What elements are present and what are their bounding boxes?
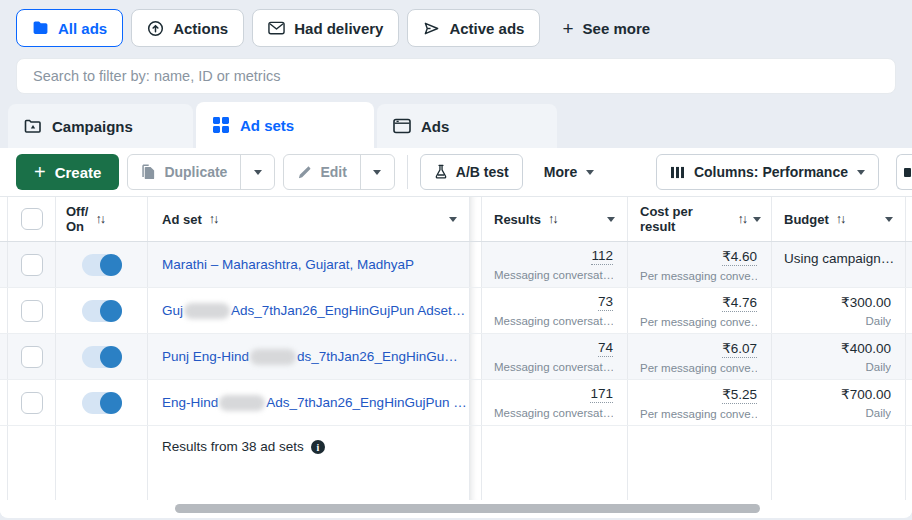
ad-set-name-cell[interactable]: Marathi – Maharashtra, Gujarat, MadhyaP <box>148 242 470 287</box>
toggle-knob <box>100 346 122 368</box>
edit-label: Edit <box>320 164 346 180</box>
folder-icon <box>32 20 49 37</box>
info-icon[interactable]: i <box>311 440 325 454</box>
edge-cell <box>906 197 912 241</box>
duplicate-button[interactable]: Duplicate <box>128 155 240 189</box>
budget-cell: ₹400.00 Daily <box>772 334 906 379</box>
cost-value[interactable]: ₹4.76 <box>722 294 757 312</box>
gutter-cell <box>0 334 8 379</box>
table-row: Marathi – Maharashtra, Gujarat, MadhyaP … <box>0 242 912 288</box>
filter-label: All ads <box>58 20 107 37</box>
cost-cell: ₹4.76 Per messaging conve… <box>628 288 772 333</box>
off-on-toggle[interactable] <box>82 300 122 322</box>
row-select-cell <box>8 380 56 425</box>
row-checkbox[interactable] <box>21 346 43 368</box>
content-panel: + Create Duplicate Edit A/ <box>0 148 912 518</box>
filter-bar: All ads Actions Had delivery Active ads … <box>0 0 912 48</box>
cost-value[interactable]: ₹4.60 <box>722 248 757 266</box>
row-checkbox[interactable] <box>21 254 43 276</box>
table-footer: Results from 38 ad sets i <box>0 426 912 500</box>
results-sub-label: Messaging conversat… <box>494 361 613 373</box>
sort-icon[interactable]: ↑↓ <box>738 212 747 227</box>
results-value[interactable]: 74 <box>598 340 613 357</box>
off-on-toggle[interactable] <box>82 346 122 368</box>
results-sub-label: Messaging conversat… <box>494 407 613 419</box>
row-checkbox[interactable] <box>21 392 43 414</box>
chevron-down-icon <box>254 170 262 175</box>
table-header: Off/ On ↑↓ Ad set ↑↓ Results ↑↓ Cost per… <box>0 196 912 242</box>
sort-icon[interactable]: ↑↓ <box>95 212 104 227</box>
header-off-on[interactable]: Off/ On ↑↓ <box>56 197 148 241</box>
redacted-text <box>219 395 265 411</box>
edit-dropdown[interactable] <box>360 155 394 189</box>
results-value[interactable]: 112 <box>591 248 613 265</box>
budget-value: Using campaign… <box>784 251 894 267</box>
results-value[interactable]: 171 <box>590 386 613 403</box>
ad-set-name-cell[interactable]: Eng-HindAds_7thJan26_EngHinGujPun … <box>148 380 470 425</box>
clipped-icon <box>904 168 911 177</box>
columns-icon <box>670 166 685 179</box>
tab-ad-sets[interactable]: Ad sets <box>196 102 374 148</box>
chevron-down-icon[interactable] <box>885 217 893 222</box>
more-button[interactable]: More <box>531 154 607 190</box>
header-cost-per-result[interactable]: Cost per result ↑↓ <box>628 197 772 241</box>
sort-icon[interactable]: ↑↓ <box>836 212 845 226</box>
off-on-toggle[interactable] <box>82 254 122 276</box>
chevron-down-icon[interactable] <box>449 217 457 222</box>
edge-cell <box>906 380 912 425</box>
chevron-down-icon[interactable] <box>607 217 615 222</box>
off-on-toggle[interactable] <box>82 392 122 414</box>
filter-had-delivery[interactable]: Had delivery <box>252 9 399 47</box>
tab-campaigns[interactable]: Campaigns <box>8 104 193 148</box>
sort-icon[interactable]: ↑↓ <box>548 212 557 226</box>
tab-label: Ads <box>421 118 449 135</box>
search-input[interactable] <box>16 58 896 94</box>
cost-label: Cost per result <box>640 204 693 235</box>
pane-divider <box>470 288 482 333</box>
header-ad-set[interactable]: Ad set ↑↓ <box>148 197 470 241</box>
footer-cell <box>8 426 56 500</box>
more-label: More <box>544 164 577 180</box>
duplicate-dropdown[interactable] <box>240 155 274 189</box>
duplicate-split-button: Duplicate <box>127 154 275 190</box>
partial-button[interactable] <box>896 154 912 190</box>
results-value[interactable]: 73 <box>598 294 613 311</box>
cost-cell: ₹4.60 Per messaging conve… <box>628 242 772 287</box>
header-results[interactable]: Results ↑↓ <box>482 197 628 241</box>
budget-cell: Using campaign… <box>772 242 906 287</box>
row-select-cell <box>8 288 56 333</box>
budget-sub-label: Daily <box>865 407 891 419</box>
filter-active-ads[interactable]: Active ads <box>407 9 540 47</box>
plus-icon: + <box>34 162 46 182</box>
filter-actions[interactable]: Actions <box>131 9 244 47</box>
cost-value[interactable]: ₹5.25 <box>722 386 757 404</box>
create-button[interactable]: + Create <box>16 154 119 190</box>
results-cell: 112 Messaging conversat… <box>482 242 628 287</box>
edit-button[interactable]: Edit <box>284 155 359 189</box>
gutter-cell <box>0 288 8 333</box>
chevron-down-icon[interactable] <box>753 217 761 222</box>
ad-set-name-cell[interactable]: Punj Eng-Hindds_7thJan26_EngHinGu… <box>148 334 470 379</box>
sort-icon[interactable]: ↑↓ <box>209 212 218 226</box>
cost-sub-label: Per messaging conve… <box>640 316 757 328</box>
edge-cell <box>906 334 912 379</box>
row-checkbox[interactable] <box>21 300 43 322</box>
see-more-button[interactable]: + See more <box>548 9 664 47</box>
select-all-checkbox[interactable] <box>21 208 43 230</box>
horizontal-scrollbar[interactable] <box>0 500 912 516</box>
budget-value: ₹300.00 <box>841 294 891 311</box>
search-bar <box>16 58 896 94</box>
row-select-cell <box>8 334 56 379</box>
filter-all-ads[interactable]: All ads <box>16 9 123 47</box>
header-budget[interactable]: Budget ↑↓ <box>772 197 906 241</box>
ab-test-label: A/B test <box>456 164 509 180</box>
toolbar-divider <box>407 155 408 189</box>
ad-set-name-cell[interactable]: GujAds_7thJan26_EngHinGujPun Adset… <box>148 288 470 333</box>
tab-ads[interactable]: Ads <box>377 104 557 148</box>
columns-button[interactable]: Columns: Performance <box>656 154 879 190</box>
toolbar: + Create Duplicate Edit A/ <box>0 148 912 196</box>
results-sub-label: Messaging conversat… <box>494 269 613 281</box>
ab-test-button[interactable]: A/B test <box>420 154 523 190</box>
cost-value[interactable]: ₹6.07 <box>722 340 757 358</box>
scrollbar-thumb[interactable] <box>175 504 760 513</box>
